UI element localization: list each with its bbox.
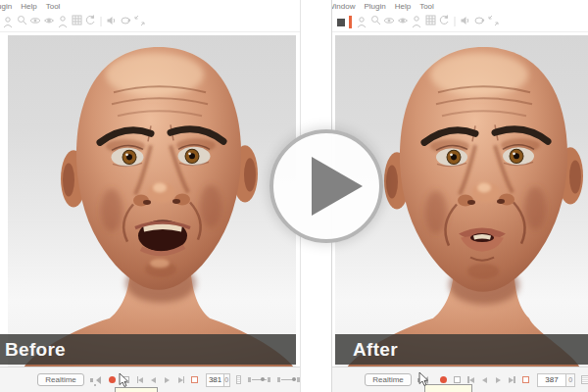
app-window-before: Plugin Help Tool	[0, 0, 301, 392]
person-icon[interactable]	[4, 17, 12, 26]
grid-icon[interactable]	[73, 16, 81, 24]
before-label: Before	[5, 339, 66, 361]
goto-end-button[interactable]	[508, 375, 516, 384]
avatar-icon[interactable]	[59, 16, 67, 26]
menu-plugin[interactable]: Plugin	[0, 2, 12, 11]
mini-slider-2[interactable]	[277, 377, 300, 382]
video-thumbnail: Plugin Help Tool	[0, 0, 588, 392]
menu-help[interactable]: Help	[21, 2, 36, 11]
fit-icon[interactable]	[135, 16, 144, 25]
record-button[interactable]	[439, 375, 448, 384]
transport-controls	[439, 375, 530, 384]
layers-icon[interactable]	[236, 375, 241, 384]
menu-window[interactable]: Window	[332, 2, 355, 11]
speaker-icon[interactable]	[461, 17, 467, 24]
menubar: Plugin Help Tool	[0, 0, 300, 13]
eye-icon[interactable]	[45, 19, 54, 23]
mouse-cursor	[418, 372, 429, 387]
eye-icon[interactable]	[398, 19, 407, 23]
loop-icon[interactable]	[475, 18, 484, 24]
speaker-icon[interactable]	[89, 375, 94, 385]
stop-button[interactable]	[453, 375, 462, 384]
menubar: Window Plugin Help Tool	[332, 0, 588, 13]
speaker-icon[interactable]	[108, 17, 115, 24]
menu-row: Plugin Help Tool	[0, 2, 60, 11]
realtime-button[interactable]: Realtime	[365, 373, 412, 386]
grid-icon[interactable]	[426, 16, 435, 24]
refresh-icon[interactable]	[440, 15, 448, 24]
loop-button[interactable]	[190, 375, 199, 384]
frame-spinner[interactable]: 0	[224, 373, 230, 387]
next-frame-button[interactable]	[163, 375, 172, 384]
loop-button[interactable]	[521, 375, 530, 384]
orbit-icon[interactable]	[31, 18, 40, 22]
play-icon	[312, 157, 363, 216]
zoom-icon[interactable]	[371, 16, 380, 24]
menu-tool[interactable]: Tool	[419, 2, 434, 11]
mouse-cursor	[119, 373, 129, 388]
menu-help[interactable]: Help	[395, 2, 411, 11]
active-tool-icon[interactable]	[337, 19, 345, 26]
goto-end-button[interactable]	[176, 375, 185, 384]
loop-icon[interactable]	[122, 18, 130, 24]
zoom-icon[interactable]	[19, 16, 27, 24]
after-label-bar: After	[335, 334, 588, 365]
icon-toolbar	[332, 13, 588, 32]
mini-slider-1[interactable]	[248, 377, 270, 382]
speaker-dot	[94, 384, 96, 386]
prev-frame-button[interactable]	[149, 375, 158, 384]
frame-spinner[interactable]: 0	[566, 373, 575, 387]
character-head-before	[8, 35, 296, 368]
tooltip	[424, 384, 472, 392]
before-label-bar: Before	[0, 334, 296, 365]
layers-icon[interactable]	[581, 375, 588, 384]
frame-input[interactable]: 381	[206, 373, 223, 387]
prev-frame-button[interactable]	[480, 375, 489, 384]
toolbar-icons	[2, 14, 169, 31]
person-icon[interactable]	[358, 17, 366, 26]
goto-start-button[interactable]	[466, 375, 475, 384]
record-marker	[349, 16, 352, 28]
icon-toolbar	[0, 13, 300, 32]
fit-icon[interactable]	[489, 16, 498, 25]
play-button[interactable]	[270, 129, 383, 243]
menu-plugin[interactable]: Plugin	[364, 2, 385, 11]
menu-row: Window Plugin Help Tool	[332, 2, 434, 11]
after-label: After	[353, 339, 398, 361]
goto-start-button[interactable]	[135, 375, 144, 384]
orbit-icon[interactable]	[384, 18, 393, 22]
toolbar-icons	[356, 14, 522, 31]
menu-tool[interactable]: Tool	[46, 2, 61, 11]
frame-input[interactable]: 387	[537, 373, 566, 387]
refresh-icon[interactable]	[86, 15, 94, 24]
next-frame-button[interactable]	[494, 375, 503, 384]
realtime-button[interactable]: Realtime	[37, 373, 84, 386]
record-button[interactable]	[108, 375, 117, 384]
avatar-icon[interactable]	[413, 16, 420, 26]
viewport-before[interactable]	[8, 35, 296, 368]
